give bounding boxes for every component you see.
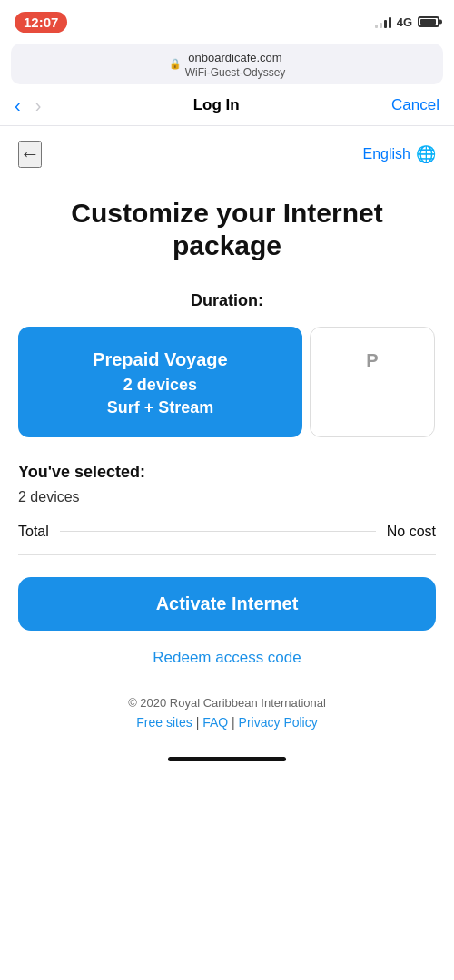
package-card-prepaid-voyage[interactable]: Prepaid Voyage 2 devices Surf + Stream (18, 327, 302, 437)
status-bar: 12:07 4G (0, 0, 454, 40)
divider (60, 531, 376, 532)
globe-icon: 🌐 (416, 144, 436, 164)
signal-icon (375, 15, 391, 28)
lock-icon: 🔒 (169, 58, 182, 70)
language-label: English (363, 146, 410, 162)
network-type: 4G (397, 15, 412, 29)
selected-devices: 2 devices (18, 489, 436, 505)
package-other-label: P (327, 348, 418, 373)
status-time: 12:07 (15, 12, 67, 33)
browser-forward-button[interactable]: › (35, 95, 42, 116)
browser-nav: ‹ › Log In Cancel (0, 88, 454, 126)
total-label: Total (18, 524, 49, 540)
footer-copyright: © 2020 Royal Caribbean International (18, 696, 436, 710)
status-icons: 4G (375, 15, 439, 29)
redeem-link[interactable]: Redeem access code (18, 649, 436, 667)
packages-row: Prepaid Voyage 2 devices Surf + Stream P (18, 327, 436, 437)
back-button[interactable]: ← (18, 141, 42, 168)
browser-back-button[interactable]: ‹ (15, 95, 21, 116)
home-bar (168, 757, 286, 761)
free-sites-link[interactable]: Free sites (136, 715, 192, 730)
browser-title: Log In (193, 96, 240, 114)
url-subdomain: WiFi-Guest-Odyssey (185, 66, 286, 79)
total-row: Total No cost (18, 524, 436, 555)
duration-label: Duration: (18, 291, 436, 310)
package-line1: Prepaid Voyage (35, 347, 286, 372)
language-button[interactable]: English 🌐 (363, 144, 436, 164)
privacy-policy-link[interactable]: Privacy Policy (239, 715, 318, 730)
page-content: ← English 🌐 Customize your Internet pack… (0, 126, 454, 667)
total-value: No cost (387, 524, 436, 540)
package-line2: 2 devices (35, 376, 286, 395)
activate-button[interactable]: Activate Internet (18, 577, 436, 631)
browser-arrows: ‹ › (15, 95, 41, 116)
footer: © 2020 Royal Caribbean International Fre… (0, 696, 454, 748)
top-row: ← English 🌐 (18, 126, 436, 175)
selected-section: You've selected: 2 devices Total No cost (18, 463, 436, 555)
package-line3: Surf + Stream (35, 398, 286, 417)
footer-links: Free sites | FAQ | Privacy Policy (18, 715, 436, 730)
url-domain: onboardicafe.com (188, 51, 281, 64)
main-heading: Customize your Internet package (18, 197, 436, 262)
url-bar[interactable]: 🔒 onboardicafe.com WiFi-Guest-Odyssey (11, 44, 443, 84)
package-card-other[interactable]: P (310, 327, 435, 437)
faq-link[interactable]: FAQ (202, 715, 228, 730)
browser-cancel-button[interactable]: Cancel (391, 96, 439, 114)
selected-label: You've selected: (18, 463, 436, 482)
footer-separator-2: | (232, 715, 239, 730)
battery-icon (418, 16, 439, 27)
home-indicator (0, 748, 454, 767)
